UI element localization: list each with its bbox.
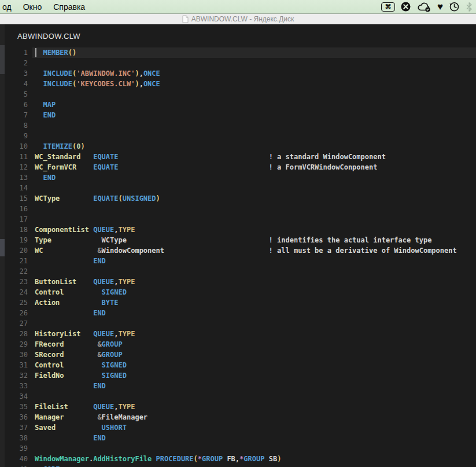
code-text: FRecord &GROUP [32, 339, 476, 350]
code-text: FieldNo SIGNED [32, 370, 476, 381]
code-line[interactable]: 11WC_Standard EQUATE ! a standard Window… [5, 152, 476, 162]
document-icon [182, 15, 189, 23]
line-number: 14 [5, 183, 28, 193]
menu-item[interactable]: од [2, 2, 12, 12]
code-line[interactable]: 31Control SIGNED [5, 360, 476, 370]
line-number: 40 [5, 454, 28, 464]
code-area[interactable]: 1 MEMBER()23 INCLUDE('ABWINDOW.INC'),ONC… [5, 47, 476, 467]
window-title-bar[interactable]: ABWINDOW.CLW - Яндекс.Диск [0, 14, 476, 24]
code-line[interactable]: 9 [5, 131, 476, 141]
menu-bar: одОкноСправка ⌘♥ [0, 0, 476, 14]
scrollbar-segment[interactable] [0, 239, 5, 256]
code-line[interactable]: 22 [5, 266, 476, 277]
code-line[interactable]: 26 END [5, 308, 476, 318]
code-text: END [32, 172, 476, 183]
code-text: END [32, 110, 476, 120]
line-number: 37 [5, 422, 28, 433]
code-text: FileList QUEUE,TYPE [32, 402, 476, 412]
code-line[interactable]: 25Action BYTE [5, 297, 476, 308]
code-line[interactable]: 3 INCLUDE('ABWINDOW.INC'),ONCE [5, 68, 476, 79]
line-number: 21 [5, 256, 28, 266]
code-line[interactable]: 39 [5, 443, 476, 454]
line-number: 25 [5, 297, 28, 308]
code-line[interactable]: 28HistoryList QUEUE,TYPE [5, 329, 476, 339]
line-number: 23 [5, 277, 28, 287]
code-line[interactable]: 40WindowManager.AddHistoryFile PROCEDURE… [5, 454, 476, 464]
code-line[interactable]: 8 [5, 120, 476, 131]
code-line[interactable]: 24Control SIGNED [5, 287, 476, 297]
code-line[interactable]: 35FileList QUEUE,TYPE [5, 402, 476, 412]
app-x-icon[interactable] [401, 1, 411, 13]
code-text: WindowManager.AddHistoryFile PROCEDURE(*… [32, 454, 476, 464]
code-line[interactable]: 34 [5, 391, 476, 402]
code-line[interactable]: 38 END [5, 433, 476, 443]
code-line[interactable]: 20WC &WindowComponent ! all must be a de… [5, 245, 476, 256]
line-number: 19 [5, 235, 28, 245]
code-line[interactable]: 21 END [5, 256, 476, 266]
heart-icon[interactable]: ♥ [437, 1, 443, 13]
code-line[interactable]: 13 END [5, 172, 476, 183]
line-number: 3 [5, 68, 28, 79]
code-line[interactable]: 32FieldNo SIGNED [5, 370, 476, 381]
line-number: 24 [5, 287, 28, 297]
code-text: Type WCType ! indentifies the actual int… [32, 235, 476, 245]
code-text: WC_FormVCR EQUATE ! a FormVCRWindowConpo… [32, 162, 476, 172]
code-text: Control SIGNED [32, 360, 476, 370]
background-window-strip [0, 24, 5, 467]
code-line[interactable]: 5 [5, 89, 476, 100]
code-line[interactable]: 29FRecord &GROUP [5, 339, 476, 350]
code-line[interactable]: 23ButtonList QUEUE,TYPE [5, 277, 476, 287]
menu-item[interactable]: Окно [23, 2, 43, 12]
code-text: END [32, 256, 476, 266]
line-number: 35 [5, 402, 28, 412]
line-number: 13 [5, 172, 28, 183]
code-line[interactable]: 33 END [5, 381, 476, 391]
code-line[interactable]: 15WCType EQUATE(UNSIGNED) [5, 193, 476, 204]
line-number: 18 [5, 225, 28, 235]
code-text [32, 266, 476, 277]
line-number: 11 [5, 152, 28, 162]
code-line[interactable]: 4 INCLUDE('KEYCODES.CLW'),ONCE [5, 79, 476, 89]
line-number: 31 [5, 360, 28, 370]
code-line[interactable]: 36Manager &FileManager [5, 412, 476, 422]
line-number: 17 [5, 214, 28, 225]
line-number: 27 [5, 318, 28, 329]
code-line[interactable]: 30SRecord &GROUP [5, 350, 476, 360]
code-line[interactable]: 27 [5, 318, 476, 329]
code-line[interactable]: 6 MAP [5, 100, 476, 110]
code-text [32, 204, 476, 214]
code-text: WC &WindowComponent ! all must be a deri… [32, 245, 476, 256]
line-number: 15 [5, 193, 28, 204]
code-line[interactable]: 12WC_FormVCR EQUATE ! a FormVCRWindowCon… [5, 162, 476, 172]
code-line[interactable]: 17 [5, 214, 476, 225]
code-text: END [32, 308, 476, 318]
code-text [32, 391, 476, 402]
code-line[interactable]: 7 END [5, 110, 476, 120]
line-number: 32 [5, 370, 28, 381]
scrollbar-segment[interactable] [0, 45, 5, 74]
code-line[interactable]: 41 CODE [5, 464, 476, 467]
menu-item[interactable]: Справка [53, 2, 86, 12]
code-text [32, 89, 476, 100]
line-number: 8 [5, 120, 28, 131]
time-machine-icon[interactable] [449, 1, 460, 13]
code-line[interactable]: 16 [5, 204, 476, 214]
code-line[interactable]: 19Type WCType ! indentifies the actual i… [5, 235, 476, 245]
command-key-icon[interactable]: ⌘ [381, 1, 395, 13]
menu-items: одОкноСправка [2, 2, 96, 12]
code-line[interactable]: 1 MEMBER() [5, 47, 476, 58]
line-number: 1 [5, 47, 28, 58]
code-text [32, 58, 476, 68]
line-number: 2 [5, 58, 28, 68]
code-line[interactable]: 37Saved USHORT [5, 422, 476, 433]
code-line[interactable]: 10 ITEMIZE(0) [5, 141, 476, 152]
code-text: END [32, 381, 476, 391]
bluetooth-icon[interactable] [466, 1, 473, 13]
line-number: 34 [5, 391, 28, 402]
code-line[interactable]: 14 [5, 183, 476, 193]
code-line[interactable]: 2 [5, 58, 476, 68]
code-line[interactable]: 18ComponentList QUEUE,TYPE [5, 225, 476, 235]
cloud-sync-icon[interactable] [416, 1, 431, 13]
line-number: 30 [5, 350, 28, 360]
text-cursor [35, 48, 36, 57]
